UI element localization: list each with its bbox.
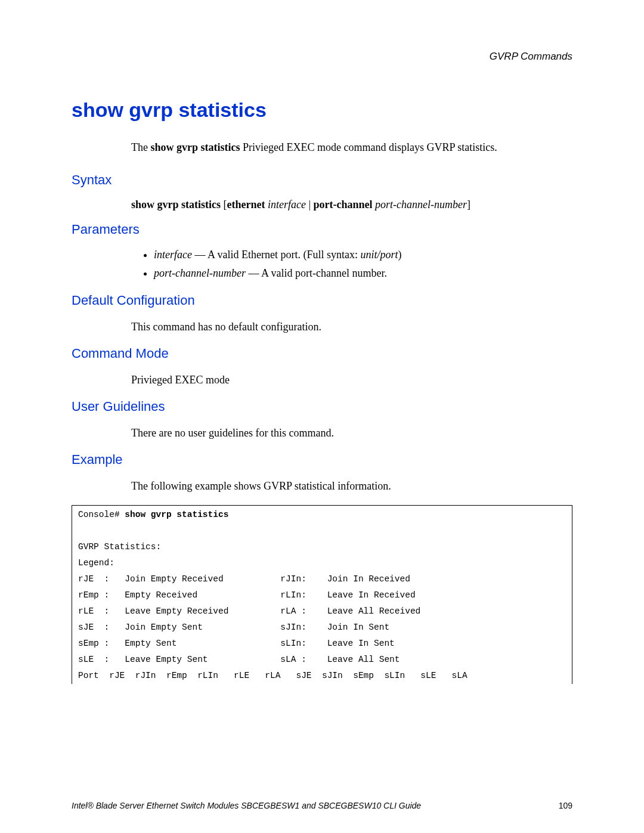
syntax-kw2: ethernet — [227, 199, 265, 210]
example-line: rJE : Join Empty Received rJIn: Join In … — [78, 574, 410, 584]
param-dash: — — [192, 249, 208, 261]
syntax-arg1: interface — [268, 199, 306, 210]
syntax-kw1: show gvrp statistics — [131, 199, 221, 210]
user-guidelines-text: There are no user guidelines for this co… — [131, 425, 572, 441]
example-line: Legend: — [78, 558, 114, 568]
example-line: sEmp : Empty Sent sLIn: Leave In Sent — [78, 639, 395, 648]
example-line: sJE : Join Empty Sent sJIn: Join In Sent — [78, 623, 389, 632]
example-line: GVRP Statistics: — [78, 542, 161, 552]
syntax-br2: ] — [467, 199, 470, 210]
param-item: port-channel-number — A valid port-chann… — [154, 264, 572, 283]
param-desc-b: ) — [398, 249, 401, 261]
example-line: rLE : Leave Empty Received rLA : Leave A… — [78, 606, 420, 616]
running-header: GVRP Commands — [72, 51, 572, 63]
page: GVRP Commands show gvrp statistics The s… — [0, 0, 644, 833]
page-footer: Intel® Blade Server Ethernet Switch Modu… — [72, 801, 572, 810]
param-name: interface — [154, 249, 192, 261]
syntax-br1: [ — [221, 199, 227, 210]
syntax-arg2: port-channel-number — [375, 199, 467, 210]
param-desc-a: A valid Ethernet port. (Full syntax: — [208, 249, 360, 261]
lead-paragraph: The show gvrp statistics Privieged EXEC … — [131, 140, 572, 156]
example-lead: The following example shows GVRP statist… — [131, 478, 572, 494]
heading-parameters: Parameters — [72, 222, 572, 237]
syntax-pipe: | — [306, 199, 314, 210]
heading-default-config: Default Configuration — [72, 293, 572, 308]
example-output: Console# show gvrp statistics GVRP Stati… — [72, 505, 572, 684]
param-desc-a: A valid port-channel number. — [261, 267, 387, 279]
example-line: rEmp : Empty Received rLIn: Leave In Rec… — [78, 590, 416, 600]
lead-post: Privieged EXEC mode command displays GVR… — [240, 141, 497, 153]
footer-text: Intel® Blade Server Ethernet Switch Modu… — [72, 801, 421, 810]
heading-user-guidelines: User Guidelines — [72, 399, 572, 414]
heading-command-mode: Command Mode — [72, 346, 572, 361]
example-line: sLE : Leave Empty Sent sLA : Leave All S… — [78, 655, 400, 664]
console-prompt: Console# — [78, 510, 125, 519]
lead-cmd: show gvrp statistics — [150, 141, 240, 153]
default-config-text: This command has no default configuratio… — [131, 319, 572, 335]
console-command: show gvrp statistics — [125, 510, 228, 519]
command-mode-text: Privieged EXEC mode — [131, 372, 572, 388]
example-line: Port rJE rJIn rEmp rLIn rLE rLA sJE sJIn… — [78, 671, 467, 680]
syntax-kw3: port-channel — [314, 199, 373, 210]
syntax-line: show gvrp statistics [ethernet interface… — [131, 199, 572, 211]
param-name: port-channel-number — [154, 267, 246, 279]
param-desc-i: unit/port — [360, 249, 398, 261]
lead-pre: The — [131, 141, 150, 153]
param-item: interface — A valid Ethernet port. (Full… — [154, 246, 572, 264]
heading-syntax: Syntax — [72, 172, 572, 188]
page-title: show gvrp statistics — [72, 98, 572, 122]
parameters-list: interface — A valid Ethernet port. (Full… — [143, 246, 572, 282]
param-dash: — — [246, 267, 261, 279]
heading-example: Example — [72, 452, 572, 467]
page-number: 109 — [559, 801, 572, 810]
